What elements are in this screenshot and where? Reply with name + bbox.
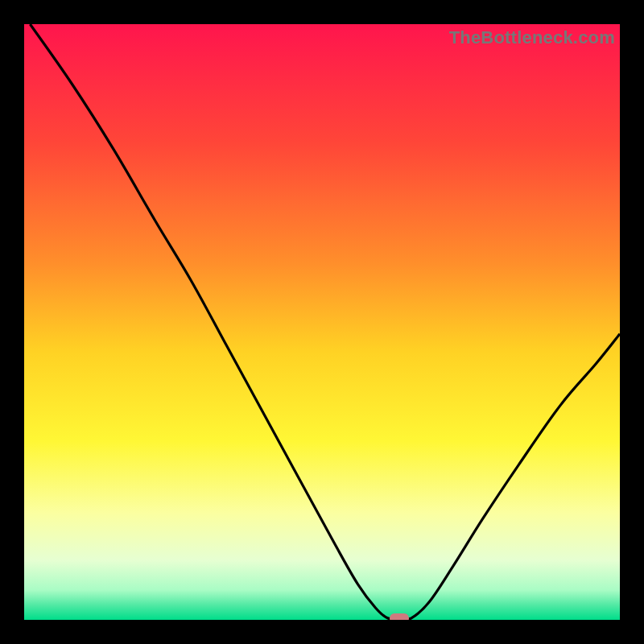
- curve-layer: [24, 24, 620, 620]
- chart-frame: TheBottleneck.com: [0, 0, 644, 644]
- plot-area: TheBottleneck.com: [24, 24, 620, 620]
- bottleneck-curve: [30, 24, 620, 620]
- optimal-marker: [390, 613, 409, 620]
